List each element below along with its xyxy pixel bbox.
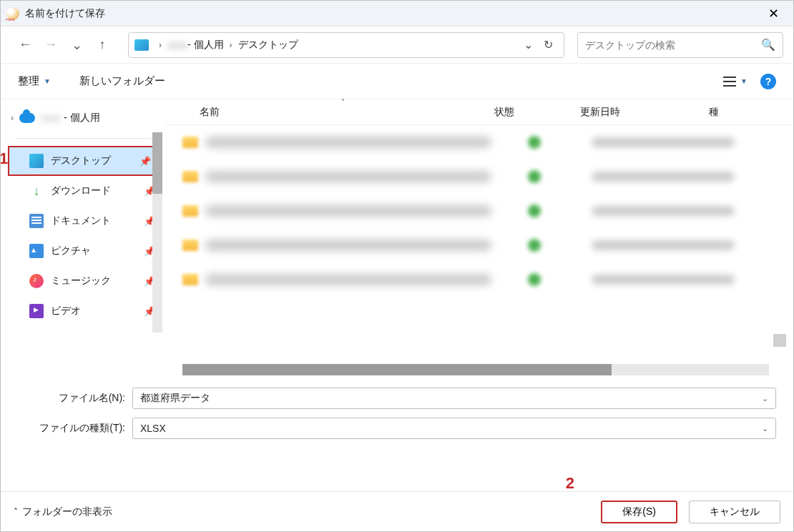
filename-row: ファイル名(N): 都道府県データ ⌄ [18,385,776,411]
hide-folders-label: フォルダーの非表示 [22,506,112,518]
file-row[interactable] [165,228,793,262]
back-button[interactable]: ← [15,35,35,55]
onedrive-icon [19,113,35,123]
column-modified[interactable]: 更新日時 [580,106,709,119]
sidebar-item-videos[interactable]: ビデオ 📌 [1,296,165,326]
file-row[interactable] [165,159,793,194]
organize-label: 整理 [18,74,39,88]
column-headers: ˄ 名前 状態 更新日時 種 [165,99,793,125]
desktop-icon [29,154,44,168]
chevron-right-icon: › [159,40,162,50]
breadcrumb-personal[interactable]: - 個人用 [187,39,224,51]
sidebar-item-music[interactable]: ミュージック 📌 [1,266,165,296]
file-date-blur [592,275,735,285]
folder-icon [182,171,198,182]
address-bar[interactable]: › xxxx - 個人用 › デスクトップ ⌄ ↻ [128,32,564,58]
filetype-row: ファイルの種類(T): XLSX ⌄ [18,415,776,441]
recent-dropdown[interactable]: ⌄ [67,35,87,55]
sidebar-item-label: デスクトップ [51,154,111,167]
location-icon [134,39,149,51]
sort-indicator-icon: ˄ [341,98,345,106]
list-view-icon [723,77,736,87]
pin-icon[interactable]: 📌 [139,156,151,167]
save-button[interactable]: 保存(S) [601,501,677,523]
tree-root-onedrive[interactable]: › xxxx - 個人用 [1,104,165,132]
folder-icon [182,137,198,148]
column-status[interactable]: 状態 [494,106,580,119]
toolbar: 整理 ▼ 新しいフォルダー ▼ ? [1,64,793,99]
organize-menu[interactable]: 整理 ▼ [18,74,51,88]
sidebar-item-label: ドキュメント [51,215,111,227]
file-name-blur [205,205,491,217]
up-button[interactable]: ↑ [92,35,112,55]
annotation-1: 1 [0,149,8,168]
close-icon[interactable]: ✕ [759,6,788,21]
file-name-blur [205,171,491,182]
filetype-label: ファイルの種類(T): [18,422,132,435]
nav-row: ← → ⌄ ↑ › xxxx - 個人用 › デスクトップ ⌄ ↻ 🔍 [1,26,793,64]
column-name[interactable]: 名前 [165,106,494,119]
file-pane: ˄ 名前 状態 更新日時 種 [165,99,793,375]
status-badge [528,273,541,286]
download-icon: ↓ [29,184,44,198]
forward-button[interactable]: → [41,35,61,55]
status-badge [528,239,541,252]
scrollbar-thumb[interactable] [152,132,162,194]
file-name-blur [205,240,491,251]
file-date-blur [592,240,735,250]
horizontal-scrollbar[interactable] [182,364,769,375]
annotation-2: 2 [566,474,574,493]
folder-icon [182,240,198,251]
separator [15,138,151,139]
chevron-down-icon[interactable]: ⌄ [762,394,768,403]
filename-input[interactable]: 都道府県データ ⌄ [132,388,776,409]
new-folder-button[interactable]: 新しいフォルダー [79,74,165,88]
breadcrumb-user[interactable]: xxxx [167,39,187,51]
sidebar-item-label: ピクチャ [51,245,91,257]
hide-folders-toggle[interactable]: ˄ フォルダーの非表示 [14,506,112,518]
chevron-down-icon: ▼ [740,77,748,85]
titlebar: 名前を付けて保存 ✕ [1,1,793,26]
file-row[interactable] [165,194,793,228]
address-history-dropdown[interactable]: ⌄ [518,38,538,51]
status-badge [528,136,541,149]
chevron-down-icon[interactable]: ⌄ [762,424,768,433]
sidebar-item-label: ダウンロード [51,184,111,197]
scrollbar-thumb[interactable] [182,364,612,375]
search-box[interactable]: 🔍 [577,32,783,58]
expand-icon[interactable]: › [11,113,14,123]
sidebar: › xxxx - 個人用 1 デスクトップ 📌 ↓ ダウンロード 📌 ドキュメン… [1,99,165,375]
tree-user-blur: xxxx [41,112,61,124]
filetype-select[interactable]: XLSX ⌄ [132,418,776,439]
pictures-icon [29,244,44,258]
filetype-value: XLSX [140,423,166,434]
sidebar-item-documents[interactable]: ドキュメント 📌 [1,206,165,236]
vscroll-button[interactable] [773,334,786,347]
cancel-button[interactable]: キャンセル [689,501,780,523]
main-area: › xxxx - 個人用 1 デスクトップ 📌 ↓ ダウンロード 📌 ドキュメン… [1,99,793,375]
video-icon [29,304,44,318]
view-menu[interactable]: ▼ [723,77,748,87]
search-icon[interactable]: 🔍 [761,38,775,51]
file-name-blur [205,274,491,285]
search-input[interactable] [585,39,761,51]
chevron-right-icon: › [230,40,232,50]
chevron-down-icon: ▼ [44,77,51,85]
sidebar-item-pictures[interactable]: ピクチャ 📌 [1,236,165,266]
column-type[interactable]: 種 [709,106,793,119]
refresh-icon[interactable]: ↻ [538,38,558,51]
breadcrumb-desktop[interactable]: デスクトップ [238,39,298,51]
window-title: 名前を付けて保存 [25,7,759,20]
sidebar-item-downloads[interactable]: ↓ ダウンロード 📌 [1,176,165,206]
help-button[interactable]: ? [760,74,776,89]
file-row[interactable] [165,262,793,297]
file-fields: ファイル名(N): 都道府県データ ⌄ ファイルの種類(T): XLSX ⌄ [1,375,793,448]
file-date-blur [592,206,735,216]
sidebar-scrollbar[interactable] [152,132,162,332]
file-row[interactable] [165,125,793,159]
sidebar-item-desktop[interactable]: デスクトップ 📌 [8,146,162,176]
folder-icon [182,274,198,285]
chevron-up-icon: ˄ [14,507,18,517]
filename-label: ファイル名(N): [18,392,132,405]
file-date-blur [592,172,735,182]
